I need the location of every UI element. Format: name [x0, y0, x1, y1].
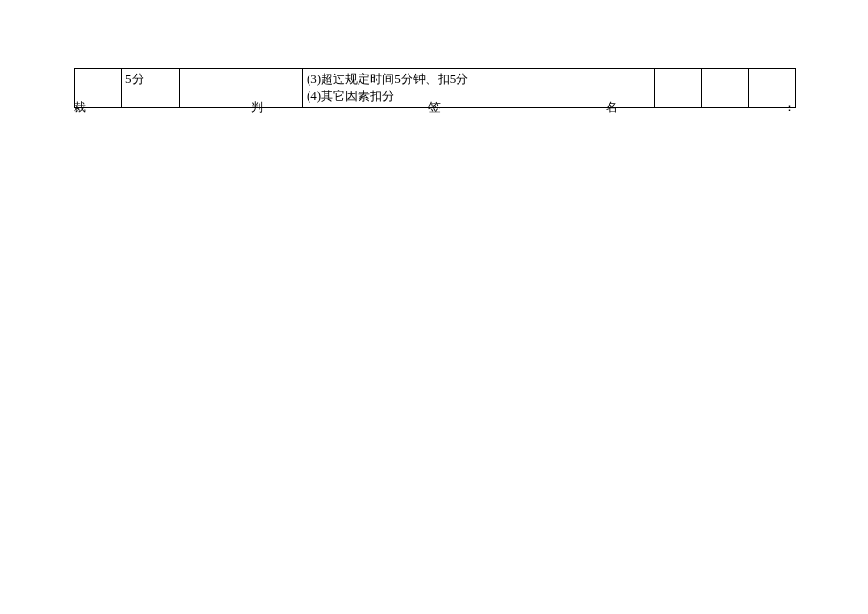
signature-line: 裁 判 签 名 ： [74, 99, 795, 116]
sig-char-2: 判 [251, 99, 263, 116]
criteria-line-3: (3)超过规定时间5分钟、扣5分 [307, 71, 650, 88]
sig-char-3: 签 [428, 99, 441, 116]
sig-char-4: 名 [606, 99, 618, 116]
sig-colon: ： [783, 99, 795, 116]
sig-char-1: 裁 [74, 99, 86, 116]
